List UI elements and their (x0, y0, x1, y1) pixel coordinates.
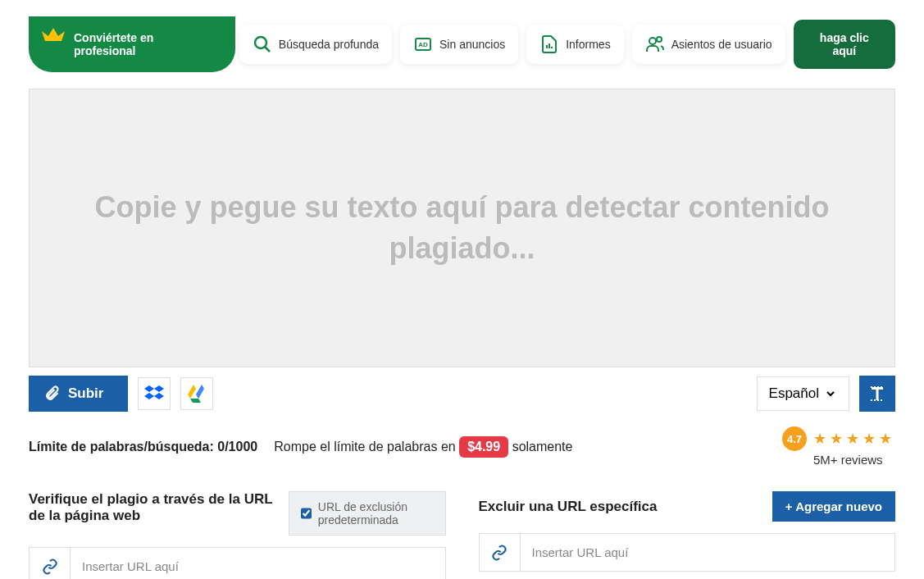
text-input-area[interactable]: Copie y pegue su texto aquí para detecta… (29, 89, 895, 367)
rating-value: 4.7 (782, 426, 807, 451)
url-verify-column: Verifique el plagio a través de la URL d… (29, 491, 446, 579)
link-icon-box (480, 534, 521, 571)
cta-button[interactable]: haga clic aquí (794, 20, 895, 69)
textarea-placeholder: Copie y pegue su texto aquí para detecta… (54, 187, 870, 270)
url-section: Verifique el plagio a través de la URL d… (29, 491, 895, 579)
text-icon (867, 384, 887, 403)
report-icon (539, 34, 559, 54)
upload-button[interactable]: Subir (29, 376, 128, 412)
default-exclusion-input[interactable] (301, 506, 312, 521)
add-new-button[interactable]: + Agregar nuevo (772, 491, 895, 522)
default-exclusion-checkbox[interactable]: URL de exclusión predeterminada (289, 491, 446, 536)
stars-icon: ★★★★★ (813, 430, 895, 448)
crown-icon (40, 26, 66, 48)
word-limit-label: Límite de palabras/búsqueda: 0/1000 (29, 440, 257, 454)
link-icon (491, 545, 508, 561)
banner-label: Conviértete en profesional (74, 31, 153, 57)
dropbox-icon (144, 384, 164, 403)
price-badge: $4.99 (459, 436, 508, 458)
svg-point-4 (649, 38, 656, 44)
break-limit-text: Rompe el límite de palabras en $4.99 sol… (274, 436, 572, 458)
action-row: Subir Español (29, 376, 895, 412)
url-exclude-input[interactable] (521, 534, 895, 571)
google-drive-button[interactable] (180, 377, 213, 410)
feature-no-ads[interactable]: AD Sin anuncios (400, 25, 518, 64)
reviews-count: 5M+ reviews (813, 453, 883, 467)
url-verify-input[interactable] (71, 548, 445, 579)
dropbox-button[interactable] (138, 377, 171, 410)
feature-reports[interactable]: Informes (526, 25, 623, 64)
limit-row: Límite de palabras/búsqueda: 0/1000 Romp… (29, 426, 895, 467)
svg-point-5 (657, 37, 662, 42)
top-bar: Conviértete en profesional Búsqueda prof… (29, 16, 895, 72)
chevron-down-icon (824, 387, 837, 400)
url-exclude-input-wrap (479, 533, 896, 572)
users-icon (645, 34, 665, 54)
text-format-button[interactable] (859, 376, 895, 412)
feature-user-seats[interactable]: Asientos de usuario (632, 25, 785, 64)
url-exclude-column: Excluir una URL específica + Agregar nue… (479, 491, 896, 572)
pro-banner[interactable]: Conviértete en profesional (29, 16, 235, 72)
link-icon (42, 558, 58, 575)
svg-point-0 (255, 37, 266, 48)
url-exclude-title: Excluir una URL específica (479, 499, 658, 515)
google-drive-icon (187, 384, 207, 403)
search-icon (253, 34, 272, 54)
paperclip-icon (43, 385, 60, 402)
feature-pills: Búsqueda profunda AD Sin anuncios Inform… (239, 20, 895, 69)
no-ads-icon: AD (413, 34, 433, 54)
link-icon-box (30, 548, 71, 579)
svg-text:AD: AD (418, 41, 428, 48)
language-selector[interactable]: Español (757, 376, 849, 411)
rating-block: 4.7 ★★★★★ 5M+ reviews (782, 426, 895, 467)
svg-line-1 (265, 47, 270, 52)
feature-deep-search[interactable]: Búsqueda profunda (239, 25, 392, 64)
url-verify-title: Verifique el plagio a través de la URL d… (29, 491, 274, 524)
url-verify-input-wrap (29, 547, 446, 579)
